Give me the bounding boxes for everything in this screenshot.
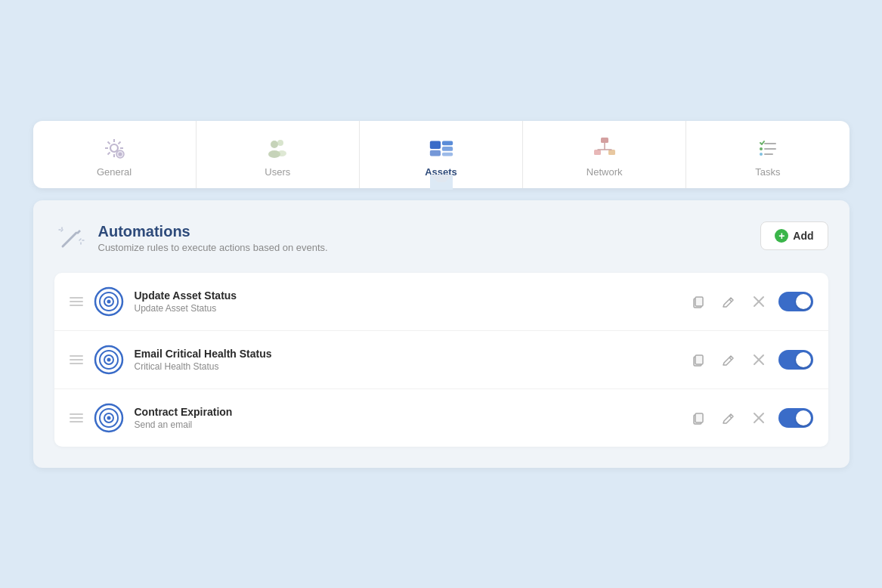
- edit-icon[interactable]: [718, 349, 739, 370]
- automation-info: Email Critical Health Status Critical He…: [135, 348, 677, 372]
- automation-icon: [94, 345, 124, 375]
- automations-list: Update Asset Status Update Asset Status: [54, 273, 828, 447]
- assets-tab-label: Assets: [425, 166, 457, 178]
- main-card: Automations Customize rules to execute a…: [33, 200, 850, 468]
- users-icon: [264, 135, 291, 162]
- svg-rect-53: [695, 355, 703, 364]
- drag-handle[interactable]: [70, 297, 83, 306]
- tab-assets[interactable]: Assets: [360, 121, 523, 188]
- svg-point-60: [107, 416, 110, 419]
- automation-desc: Update Asset Status: [135, 303, 677, 314]
- row-actions: [688, 349, 813, 370]
- network-tab-label: Network: [586, 166, 623, 178]
- general-tab-label: General: [97, 166, 132, 178]
- toggle-active[interactable]: [778, 350, 813, 370]
- delete-icon[interactable]: [748, 291, 769, 312]
- section-title: Automations: [98, 223, 328, 240]
- general-icon: [101, 135, 128, 162]
- svg-rect-19: [441, 152, 452, 156]
- svg-line-54: [729, 357, 732, 360]
- svg-point-0: [110, 144, 118, 152]
- svg-rect-17: [441, 141, 452, 145]
- svg-point-11: [271, 141, 278, 148]
- tab-tasks[interactable]: Tasks: [686, 121, 849, 188]
- tab-network[interactable]: Network: [523, 121, 686, 188]
- svg-rect-21: [594, 150, 601, 155]
- add-button-label: Add: [793, 230, 813, 242]
- svg-point-30: [760, 153, 763, 156]
- section-header: Automations Customize rules to execute a…: [54, 221, 828, 255]
- section-title-group: Automations Customize rules to execute a…: [98, 223, 328, 253]
- automation-name: Email Critical Health Status: [135, 348, 677, 360]
- automation-icon: [94, 403, 124, 433]
- automation-name: Contract Expiration: [135, 406, 677, 418]
- automation-row: Email Critical Health Status Critical He…: [54, 331, 828, 389]
- tab-general[interactable]: General: [33, 121, 197, 188]
- wand-icon: [54, 221, 88, 255]
- toggle-active[interactable]: [778, 408, 813, 428]
- svg-point-10: [119, 152, 122, 156]
- svg-rect-16: [429, 150, 440, 156]
- automation-info: Contract Expiration Send an email: [135, 406, 677, 430]
- row-actions: [688, 407, 813, 429]
- automation-info: Update Asset Status Update Asset Status: [135, 289, 677, 314]
- section-subtitle: Customize rules to execute actions based…: [98, 242, 328, 253]
- automation-row: Update Asset Status Update Asset Status: [54, 273, 828, 331]
- automation-desc: Critical Health Status: [135, 361, 677, 372]
- svg-point-14: [277, 150, 286, 156]
- users-tab-label: Users: [265, 166, 290, 178]
- svg-line-31: [63, 233, 76, 246]
- network-icon: [591, 135, 618, 162]
- copy-icon[interactable]: [688, 349, 709, 370]
- plus-icon: +: [775, 229, 788, 243]
- toggle-knob: [796, 294, 811, 309]
- assets-icon: [428, 135, 455, 162]
- drag-handle[interactable]: [70, 355, 83, 364]
- svg-rect-62: [695, 413, 703, 422]
- svg-line-45: [729, 299, 732, 302]
- svg-line-5: [108, 141, 110, 144]
- toggle-knob: [796, 352, 811, 367]
- svg-rect-20: [601, 138, 608, 143]
- section-header-left: Automations Customize rules to execute a…: [54, 221, 328, 255]
- toggle-active[interactable]: [778, 292, 813, 311]
- automation-desc: Send an email: [135, 419, 677, 430]
- toggle-knob: [796, 410, 811, 426]
- drag-handle[interactable]: [70, 413, 83, 422]
- automation-icon: [94, 286, 124, 317]
- edit-icon[interactable]: [718, 291, 739, 312]
- automation-name: Update Asset Status: [135, 289, 677, 302]
- svg-point-29: [760, 147, 763, 150]
- row-actions: [688, 291, 813, 312]
- svg-line-63: [729, 416, 732, 418]
- page-wrapper: General Users: [33, 121, 850, 468]
- copy-icon[interactable]: [688, 407, 709, 429]
- delete-icon[interactable]: [748, 407, 769, 429]
- svg-line-7: [119, 141, 121, 144]
- svg-point-42: [107, 299, 110, 303]
- automation-row: Contract Expiration Send an email: [54, 389, 828, 447]
- svg-point-12: [277, 140, 283, 146]
- copy-icon[interactable]: [688, 291, 709, 312]
- delete-icon[interactable]: [748, 349, 769, 370]
- tasks-tab-label: Tasks: [755, 166, 780, 178]
- svg-rect-18: [441, 147, 452, 151]
- edit-icon[interactable]: [718, 407, 739, 429]
- svg-point-51: [107, 357, 110, 361]
- svg-line-33: [61, 230, 63, 231]
- svg-rect-15: [429, 141, 440, 148]
- tasks-icon: [754, 135, 781, 162]
- nav-card: General Users: [33, 121, 850, 188]
- svg-rect-44: [695, 297, 703, 306]
- tab-users[interactable]: Users: [197, 121, 360, 188]
- add-button[interactable]: + Add: [760, 221, 828, 250]
- svg-rect-22: [608, 150, 615, 155]
- svg-line-36: [79, 239, 81, 240]
- svg-line-8: [108, 152, 110, 154]
